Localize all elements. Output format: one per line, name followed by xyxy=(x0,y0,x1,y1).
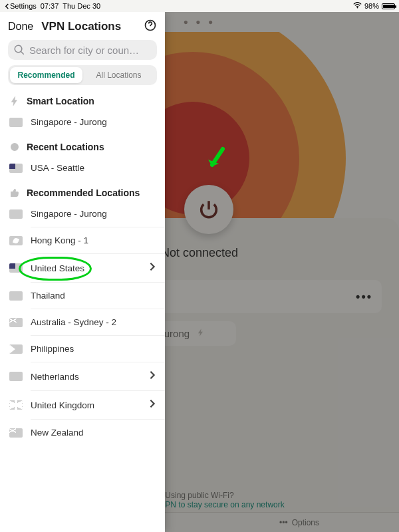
battery-icon xyxy=(382,3,395,9)
location-row[interactable]: United States xyxy=(0,254,165,282)
question-circle-icon xyxy=(144,19,157,32)
done-button[interactable]: Done xyxy=(8,21,33,33)
section-title-recent: Recent Locations xyxy=(27,142,104,152)
section-title-smart: Smart Location xyxy=(27,96,94,106)
location-name: Thailand xyxy=(31,291,65,301)
location-name: New Zealand xyxy=(31,428,84,438)
svg-point-0 xyxy=(357,7,358,9)
battery-percent: 98% xyxy=(364,2,379,10)
flag-singapore-icon xyxy=(9,118,23,127)
status-date: Thu Dec 30 xyxy=(63,2,100,10)
back-app-label: Settings xyxy=(10,2,37,10)
flag-icon xyxy=(9,263,23,273)
section-title-recommended: Recommended Locations xyxy=(27,188,140,198)
flag-usa-icon xyxy=(9,164,23,173)
location-name: United Kingdom xyxy=(31,400,94,410)
clock-icon xyxy=(9,142,20,152)
location-row[interactable]: Philippines xyxy=(0,336,165,362)
location-row-smart[interactable]: Singapore - Jurong xyxy=(0,109,165,135)
location-row[interactable]: Singapore - Jurong xyxy=(0,201,165,227)
section-recent-locations: Recent Locations xyxy=(0,135,165,155)
locations-panel: Done VPN Locations Search for city or co… xyxy=(0,12,165,532)
bolt-icon xyxy=(9,96,20,106)
flag-icon xyxy=(9,428,23,438)
flag-icon xyxy=(9,400,23,410)
location-name: USA - Seattle xyxy=(31,163,84,173)
location-name: Singapore - Jurong xyxy=(31,209,107,219)
location-name: United States xyxy=(31,263,84,273)
location-name: Singapore - Jurong xyxy=(31,117,107,127)
flag-icon xyxy=(9,318,23,327)
chevron-right-icon xyxy=(149,262,156,274)
tab-all-locations[interactable]: All Locations xyxy=(82,67,155,83)
location-name: Hong Kong - 1 xyxy=(31,235,88,245)
search-input[interactable]: Search for city or coun… xyxy=(8,40,157,60)
location-name: Netherlands xyxy=(31,372,79,382)
flag-icon xyxy=(9,236,23,245)
wifi-icon xyxy=(353,2,362,10)
location-name: Australia - Sydney - 2 xyxy=(31,317,116,327)
location-row-recent[interactable]: USA - Seattle xyxy=(0,155,165,181)
flag-icon xyxy=(9,344,23,354)
thumbs-up-icon xyxy=(9,188,20,198)
status-time: 07:37 xyxy=(41,2,59,10)
location-row[interactable]: Netherlands xyxy=(0,362,165,390)
location-row[interactable]: United Kingdom xyxy=(0,391,165,419)
panel-title: VPN Locations xyxy=(41,20,121,33)
section-recommended-locations: Recommended Locations xyxy=(0,181,165,201)
chevron-right-icon xyxy=(149,399,156,411)
annotation-arrow-icon xyxy=(204,146,227,173)
help-button[interactable] xyxy=(144,19,157,35)
location-row[interactable]: Australia - Sydney - 2 xyxy=(0,309,165,335)
location-row[interactable]: New Zealand xyxy=(0,420,165,446)
location-row[interactable]: Hong Kong - 1 xyxy=(0,227,165,253)
locations-list[interactable]: Smart Location Singapore - Jurong Recent… xyxy=(0,89,165,532)
search-icon xyxy=(13,44,25,56)
status-bar: Settings 07:37 Thu Dec 30 98% xyxy=(0,0,399,12)
segmented-control: Recommended All Locations xyxy=(8,65,157,85)
back-to-app-button[interactable]: Settings xyxy=(4,2,37,10)
location-row[interactable]: Thailand xyxy=(0,283,165,309)
tab-recommended[interactable]: Recommended xyxy=(10,67,82,83)
flag-icon xyxy=(9,209,23,219)
location-name: Philippines xyxy=(31,344,74,354)
chevron-right-icon xyxy=(149,370,156,382)
flag-icon xyxy=(9,291,23,301)
search-placeholder: Search for city or coun… xyxy=(29,45,139,56)
flag-icon xyxy=(9,372,23,381)
section-smart-location: Smart Location xyxy=(0,89,165,109)
